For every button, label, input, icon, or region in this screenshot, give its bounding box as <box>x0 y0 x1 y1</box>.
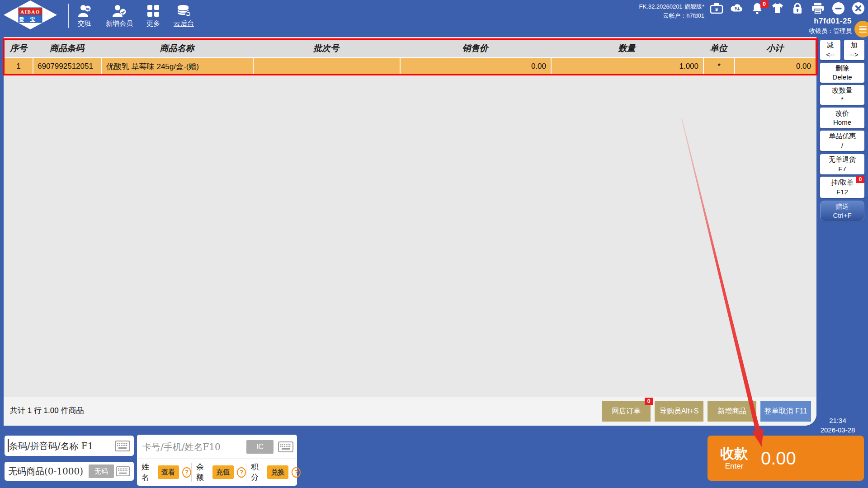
redeem-button[interactable]: 兑换 <box>267 465 288 479</box>
menu-item-more[interactable]: 更多 <box>146 4 160 28</box>
help-icon[interactable]: ? <box>237 467 246 478</box>
help-icon[interactable]: ? <box>292 467 301 478</box>
delete-item-button[interactable]: 删除 Delete <box>820 63 864 83</box>
add-member-icon <box>111 4 127 18</box>
top-menu: 交班 新增会员 更多 <box>77 4 194 28</box>
status-strip: 共计 1 行 1.00 件商品 网店订单 0 导购员Alt+S 新增商品 整单取… <box>4 397 816 426</box>
no-barcode-input[interactable] <box>8 462 84 481</box>
clothing-icon[interactable] <box>771 2 784 14</box>
terminal-block: h7fd01-25 收银员：管理员 <box>809 17 852 35</box>
col-header-price: 销售价 <box>400 42 551 54</box>
cloud-account-text: 云帐户：h7fd01 <box>565 11 704 20</box>
more-grid-icon <box>146 4 160 18</box>
online-orders-badge: 0 <box>645 398 653 405</box>
member-card-input[interactable] <box>142 435 233 459</box>
cell-name: 优酸乳 草莓味 245g/盒-(赠) <box>101 58 253 75</box>
item-discount-button[interactable]: 单品优惠 / <box>820 131 864 151</box>
button-key: Home <box>820 118 864 127</box>
decrease-qty-button[interactable]: 减 <-- <box>820 40 840 60</box>
points-label: 积分 <box>251 462 264 483</box>
button-label: 赠送 <box>835 202 849 210</box>
button-label: 删除 <box>835 64 849 72</box>
button-label: 整单取消 F11 <box>764 407 807 415</box>
cell-batch <box>253 58 400 75</box>
hold-retrieve-order-button[interactable]: 挂/取单 F12 0 <box>820 177 864 198</box>
cell-price: 0.00 <box>400 58 551 75</box>
cell-unit: * <box>703 58 734 75</box>
no-barcode-box: 无码 <box>5 462 134 481</box>
col-header-unit: 单位 <box>703 42 734 54</box>
table-row[interactable]: 1 6907992512051 优酸乳 草莓味 245g/盒-(赠) 0.00 … <box>5 58 816 75</box>
cell-subtotal: 0.00 <box>734 58 816 75</box>
menu-item-cloud-backend[interactable]: 云后台 <box>174 4 194 28</box>
balance-label: 余额 <box>196 462 209 483</box>
button-label: 改价 <box>835 109 849 117</box>
recharge-button[interactable]: 充值 <box>212 465 234 479</box>
clock: 21:34 2026-03-28 <box>809 416 866 435</box>
col-header-batch: 批次号 <box>253 42 400 54</box>
logo-text-en: AIBAO <box>20 9 40 14</box>
menu-item-shift-change[interactable]: 交班 <box>77 4 92 28</box>
svg-text:¥: ¥ <box>715 7 718 12</box>
cloud-sync-icon[interactable] <box>730 2 744 14</box>
hold-order-badge: 0 <box>856 176 864 183</box>
top-bar: AIBAO 爱宝 交班 新增会员 <box>0 0 868 37</box>
button-label: 导购员Alt+S <box>660 407 699 415</box>
button-key: / <box>820 141 864 150</box>
member-panel: IC 姓名 查看 ? 余额 充值 ? 积分 兑换 ? <box>137 435 297 486</box>
menu-label: 云后台 <box>174 19 194 28</box>
totals-summary: 共计 1 行 1.00 件商品 <box>10 405 84 416</box>
button-key: Ctrl+F <box>821 211 864 220</box>
menu-label: 新增会员 <box>106 19 133 28</box>
help-icon[interactable]: ? <box>182 467 191 478</box>
change-qty-button[interactable]: 改数量 * <box>820 85 864 105</box>
aibao-logo: AIBAO 爱宝 <box>4 0 57 29</box>
button-label: 网店订单 <box>612 407 641 415</box>
col-header-qty: 数量 <box>551 42 703 54</box>
button-label: 新增商品 <box>717 407 746 415</box>
lock-icon[interactable] <box>791 2 804 14</box>
main-area: 序号 商品条码 商品名称 批次号 销售价 数量 单位 小计 1 69079925… <box>4 37 816 426</box>
salesperson-button[interactable]: 导购员Alt+S <box>655 401 703 422</box>
keyboard-icon[interactable] <box>278 441 293 452</box>
checkout-button[interactable]: 收款 Enter 0.00 <box>708 436 864 481</box>
add-product-button[interactable]: 新增商品 <box>708 401 756 422</box>
online-orders-button[interactable]: 网店订单 0 <box>602 401 651 422</box>
increase-qty-button[interactable]: 加 --> <box>844 40 864 60</box>
keyboard-icon[interactable] <box>115 441 130 451</box>
hamburger-menu-icon[interactable] <box>854 21 868 38</box>
col-header-name: 商品名称 <box>101 42 253 54</box>
menu-item-add-member[interactable]: 新增会员 <box>106 4 133 28</box>
notification-bell-icon[interactable]: 0 <box>750 2 764 14</box>
no-barcode-button[interactable]: 无码 <box>89 465 114 478</box>
member-balance-group: 余额 充值 ? <box>191 463 246 482</box>
minimize-icon[interactable] <box>831 2 845 14</box>
button-label: 减 <box>827 41 834 49</box>
keyboard-icon[interactable] <box>116 466 130 476</box>
cash-drawer-icon[interactable]: ¥ <box>710 2 723 14</box>
col-header-barcode: 商品条码 <box>33 42 101 54</box>
col-header-index: 序号 <box>5 42 33 54</box>
cell-barcode: 6907992512051 <box>33 58 101 75</box>
printer-icon[interactable] <box>811 2 825 14</box>
button-label: 改数量 <box>832 86 853 94</box>
view-member-button[interactable]: 查看 <box>158 465 179 479</box>
cashier-label: 收银员：管理员 <box>809 27 852 35</box>
cancel-order-button[interactable]: 整单取消 F11 <box>760 401 811 422</box>
button-label: 无单退货 <box>829 155 856 163</box>
no-receipt-return-button[interactable]: 无单退货 F7 <box>820 154 864 174</box>
button-label: 单品优惠 <box>829 132 856 140</box>
checkout-amount: 0.00 <box>761 448 796 469</box>
change-price-button[interactable]: 改价 Home <box>820 108 864 128</box>
ic-card-button[interactable]: IC <box>246 440 274 454</box>
barcode-input[interactable] <box>9 436 113 456</box>
button-key: * <box>820 95 864 104</box>
button-key: Delete <box>820 73 864 82</box>
clock-time: 21:34 <box>809 416 866 425</box>
shift-change-icon <box>77 4 92 18</box>
checkout-key: Enter <box>725 462 744 471</box>
close-icon[interactable] <box>852 2 865 14</box>
gift-button[interactable]: 赠送 Ctrl+F <box>820 201 864 221</box>
barcode-search-box <box>5 436 134 456</box>
logo-text-cn: 爱宝 <box>19 17 42 22</box>
